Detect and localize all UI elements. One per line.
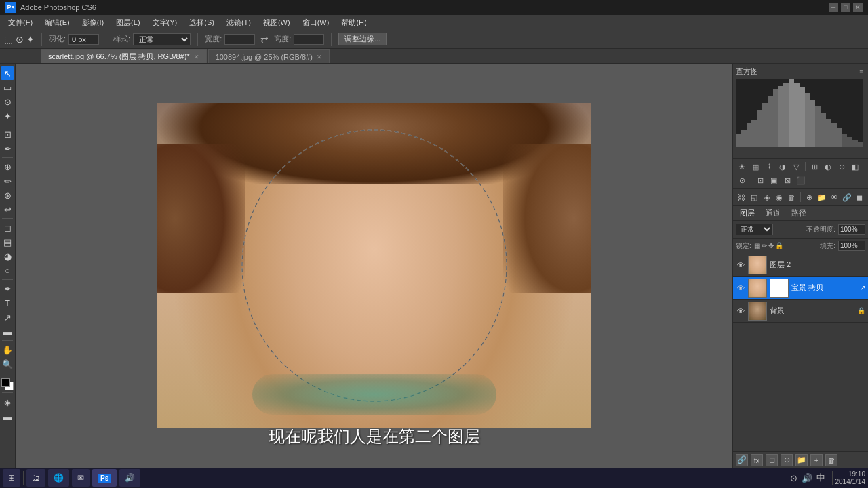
adj-folder-icon[interactable]: 📁 [816,191,828,203]
tool-brush[interactable]: ✏ [1,174,14,188]
tool-path-select[interactable]: ↗ [1,310,14,324]
taskbar-explorer[interactable]: 🗂 [26,469,45,487]
close-button[interactable]: ✕ [853,3,863,12]
menu-select[interactable]: 选择(S) [184,16,220,29]
adj-bw-icon[interactable]: ⊕ [835,161,848,173]
tool-select-icon[interactable]: ⬚ [4,34,13,45]
taskbar-browser[interactable]: 🌐 [48,469,69,487]
adj-smart-icon[interactable]: ◈ [761,191,772,203]
adj-posterize-icon[interactable]: ▣ [768,174,780,186]
taskbar-audio[interactable]: 🔊 [119,469,140,487]
adj-threshold-icon[interactable]: ⊠ [781,174,793,186]
menu-view[interactable]: 视图(W) [258,16,296,29]
tool-rectangle-select[interactable]: ▭ [1,81,14,94]
tool-gradient[interactable]: ▤ [1,235,14,249]
menu-filter[interactable]: 滤镜(T) [221,16,256,29]
tool-blur[interactable]: ◕ [1,249,14,263]
adj-eye-icon[interactable]: 👁 [829,191,840,203]
color-indicator[interactable] [1,378,14,390]
add-style-button[interactable]: fx [751,454,763,466]
adj-link2-icon[interactable]: 🔗 [842,191,853,203]
adj-new-icon[interactable]: ⊕ [804,191,815,203]
layer-eye-copy[interactable]: 👁 [736,283,745,293]
swap-icon[interactable]: ⇄ [260,34,269,45]
feather-input[interactable] [68,34,99,45]
clock-area[interactable]: 19:10 2014/1/14 [835,470,866,485]
tool-zoom[interactable]: 🔍 [1,357,14,371]
adj-mask-icon[interactable]: ◼ [854,191,865,203]
adj-delete-icon[interactable]: 🗑 [786,191,797,203]
lock-brush-icon[interactable]: ✏ [762,242,767,249]
histogram-collapse[interactable]: ≡ [857,68,865,76]
delete-layer-button[interactable]: 🗑 [825,454,837,466]
minimize-button[interactable]: ─ [829,3,838,12]
maximize-button[interactable]: □ [841,3,850,12]
fill-input[interactable] [838,241,865,251]
menu-file[interactable]: 文件(F) [3,16,38,29]
adj-gradmap-icon[interactable]: ⬛ [795,174,807,186]
lock-transparent-icon[interactable]: ▦ [754,242,760,249]
adj-invert-icon[interactable]: ⊡ [754,174,766,186]
menu-type[interactable]: 文字(Y) [147,16,183,29]
tool-eyedropper[interactable]: ✒ [1,142,14,155]
window-controls[interactable]: ─ □ ✕ [829,3,863,12]
blend-mode-select[interactable]: 正常 溶解 正片叠底 [736,224,773,235]
adj-colorbalance-icon[interactable]: ◐ [822,161,834,173]
layers-tab-layers[interactable]: 图层 [737,207,757,220]
mode-select[interactable]: 正常 添加到选区 从选区减去 [133,33,191,45]
tab-100894-close[interactable]: ✕ [317,54,322,60]
opacity-input[interactable] [838,224,865,235]
tool-move[interactable]: ↖ [1,66,14,80]
tool-spot-heal[interactable]: ⊕ [1,160,14,174]
layers-tab-channels[interactable]: 通道 [763,207,783,220]
adj-vibrance-icon[interactable]: ▽ [790,161,802,173]
tool-shape[interactable]: ▬ [1,325,14,338]
layer-row-copy[interactable]: 👁 宝景 拷贝 ↗ [733,277,868,300]
adj-brightness-icon[interactable]: ☀ [736,161,748,173]
tab-100894[interactable]: 100894.jpg @ 25% (RGB/8#) ✕ [208,49,330,63]
add-mask-button[interactable]: ◻ [766,454,778,466]
menu-image[interactable]: 影像(I) [77,16,109,29]
adj-photofilter-icon[interactable]: ◧ [849,161,861,173]
adj-curves-icon[interactable]: ⌇ [763,161,775,173]
layer-eye-bg[interactable]: 👁 [736,306,745,316]
adj-levels-icon[interactable]: ▦ [749,161,762,173]
tool-lasso-icon[interactable]: ⊙ [16,34,24,45]
height-input[interactable] [294,34,324,45]
tool-clone[interactable]: ⊛ [1,188,14,202]
tool-crop[interactable]: ⊡ [1,127,14,141]
menu-window[interactable]: 窗口(W) [297,16,335,29]
taskbar-mail[interactable]: ✉ [72,469,90,487]
menu-layer[interactable]: 图层(L) [111,16,145,29]
lock-move-icon[interactable]: ✥ [768,242,774,249]
adjust-edge-button[interactable]: 调整边缘... [338,33,387,45]
adj-channelmixer-icon[interactable]: ⊙ [736,174,748,186]
adj-visibility-icon[interactable]: ◉ [774,191,785,203]
tool-screen-mode[interactable]: ▬ [1,409,14,423]
tool-history[interactable]: ↩ [1,203,14,216]
tool-mode-toggle[interactable]: ◈ [1,395,14,409]
adj-hsl-icon[interactable]: ⊞ [808,161,821,173]
start-button[interactable]: ⊞ [3,469,20,487]
tab-scarlett[interactable]: scarlett.jpg @ 66.7% (图层 拷贝, RGB/8#)* ✕ [41,49,207,63]
tool-pen[interactable]: ✒ [1,282,14,296]
new-group-button[interactable]: 📁 [795,454,808,466]
lock-all-icon[interactable]: 🔒 [775,242,783,249]
layer-row-bg[interactable]: 👁 背景 🔒 [733,300,868,323]
tool-magic-wand[interactable]: ✦ [1,109,14,123]
adj-exposure-icon[interactable]: ◑ [776,161,789,173]
new-adjustment-button[interactable]: ⊕ [781,454,793,466]
new-layer-button[interactable]: + [810,454,823,466]
tool-lasso[interactable]: ⊙ [1,95,14,108]
tool-text[interactable]: T [1,296,14,310]
adj-link-icon[interactable]: ⛓ [736,191,747,203]
tool-dodge[interactable]: ○ [1,264,14,277]
tray-input-icon[interactable]: 中 [816,472,825,484]
tab-scarlett-close[interactable]: ✕ [194,54,199,60]
foreground-color-swatch[interactable] [1,378,10,387]
layer-eye-2[interactable]: 👁 [736,260,745,270]
tool-magic-icon[interactable]: ✦ [26,34,35,45]
tool-hand[interactable]: ✋ [1,343,14,357]
layer-row-2[interactable]: 👁 图层 2 [733,253,868,277]
menu-edit[interactable]: 编辑(E) [39,16,75,29]
